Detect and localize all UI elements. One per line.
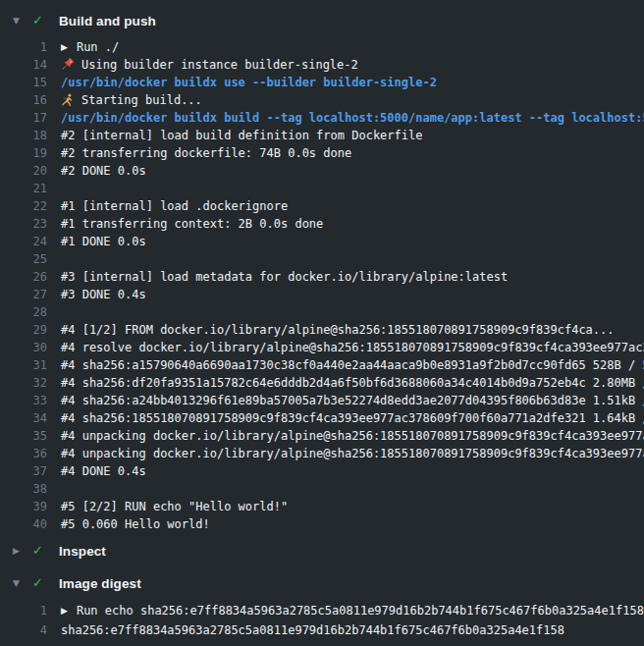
line-number[interactable]: 1 [0,601,47,620]
line-text: ▶Run ./ [47,38,119,56]
line-text: ▶Run echo sha256:e7ff8834a5963a2785c5a08… [47,601,644,620]
line-text [47,250,61,268]
line-text [47,180,61,197]
line-text: #5 [2/2] RUN echo "Hello world!" [47,498,288,515]
line-number[interactable]: 16 [0,91,47,109]
line-number[interactable]: 32 [0,374,47,392]
log-line[interactable]: 20#2 DONE 0.0s [0,162,644,180]
line-number[interactable]: 1 [0,38,47,56]
chevron-down-icon[interactable]: ▼ [13,574,27,592]
line-number[interactable]: 15 [0,74,47,91]
line-text [47,480,61,498]
pushpin-icon [61,58,75,72]
line-number[interactable]: 20 [0,162,47,180]
log-line[interactable]: 35#4 unpacking docker.io/library/alpine@… [0,427,644,445]
log-line[interactable]: 37#4 DONE 0.4s [0,462,644,480]
section-title: Image digest [50,576,141,591]
section-header-build-and-push[interactable]: ▼ ✓ Build and push [0,12,644,29]
line-number[interactable]: 25 [0,250,47,268]
line-text: #4 sha256:a15790640a6690aa1730c38cf0a440… [47,356,644,374]
check-icon: ✓ [27,574,50,592]
log-line[interactable]: 1▶Run ./ [0,38,644,56]
line-text: #2 DONE 0.0s [47,162,146,180]
log-line[interactable]: 14Using builder instance builder-single-… [0,56,644,74]
log-line[interactable]: 33#4 sha256:a24bb4013296f61e89ba57005a7b… [0,392,644,409]
line-number[interactable]: 37 [0,462,47,480]
log-line[interactable]: 25 [0,250,644,268]
line-number[interactable]: 34 [0,409,47,427]
line-number[interactable]: 36 [0,445,47,462]
line-text: #4 [1/2] FROM docker.io/library/alpine@s… [47,321,615,339]
line-number[interactable]: 40 [0,515,47,533]
log-line[interactable]: 36#4 unpacking docker.io/library/alpine@… [0,445,644,462]
section-header-inspect[interactable]: ▶ ✓ Inspect [0,542,644,560]
log-line[interactable]: 24#1 DONE 0.0s [0,233,644,250]
line-number[interactable]: 31 [0,356,47,374]
check-icon: ✓ [27,542,50,560]
log-lines-build-and-push: 1▶Run ./14Using builder instance builder… [0,38,644,533]
line-number[interactable]: 26 [0,268,47,286]
log-line[interactable]: 15/usr/bin/docker buildx use --builder b… [0,74,644,91]
log-line[interactable]: 34#4 sha256:185518070891758909c9f839cf4c… [0,409,644,427]
line-number[interactable]: 4 [0,620,47,640]
workflow-log-viewer: ▼ ✓ Build and push 1▶Run ./14Using build… [0,0,644,646]
line-number[interactable]: 27 [0,286,47,303]
line-number[interactable]: 28 [0,303,47,321]
line-text: Starting build... [47,91,202,109]
line-number[interactable]: 35 [0,427,47,445]
line-number[interactable]: 19 [0,144,47,162]
line-text: #4 resolve docker.io/library/alpine@sha2… [47,339,644,356]
log-line[interactable]: 19#2 transferring dockerfile: 74B 0.0s d… [0,144,644,162]
runner-icon [61,93,75,107]
log-line[interactable]: 1▶Run echo sha256:e7ff8834a5963a2785c5a0… [0,601,644,620]
log-line[interactable]: 26#3 [internal] load metadata for docker… [0,268,644,286]
line-number[interactable]: 33 [0,392,47,409]
log-line[interactable]: 4sha256:e7ff8834a5963a2785c5a0811e979d16… [0,620,644,640]
line-text: #4 sha256:df20fa9351a15782c64e6dddb2d4a6… [47,374,644,392]
line-number[interactable]: 17 [0,109,47,127]
line-number[interactable]: 18 [0,127,47,144]
line-text: #2 [internal] load build definition from… [47,127,422,144]
line-text: #3 [internal] load metadata for docker.i… [47,268,508,286]
check-icon: ✓ [27,12,50,29]
line-number[interactable]: 39 [0,498,47,515]
line-number[interactable]: 23 [0,215,47,233]
log-line[interactable]: 31#4 sha256:a15790640a6690aa1730c38cf0a4… [0,356,644,374]
log-line[interactable]: 40#5 0.060 Hello world! [0,515,644,533]
log-line[interactable]: 32#4 sha256:df20fa9351a15782c64e6dddb2d4… [0,374,644,392]
log-line[interactable]: 21 [0,180,644,197]
log-line[interactable]: 27#3 DONE 0.4s [0,286,644,303]
line-number[interactable]: 14 [0,56,47,74]
log-line[interactable]: 39#5 [2/2] RUN echo "Hello world!" [0,498,644,515]
log-line[interactable]: 29#4 [1/2] FROM docker.io/library/alpine… [0,321,644,339]
line-number[interactable]: 24 [0,233,47,250]
log-line[interactable]: 28 [0,303,644,321]
chevron-down-icon[interactable]: ▼ [13,12,27,29]
run-expander-icon[interactable]: ▶ [61,601,68,620]
line-text: #4 unpacking docker.io/library/alpine@sh… [47,427,644,445]
log-line[interactable]: 16Starting build... [0,91,644,109]
run-expander-icon[interactable]: ▶ [61,38,68,56]
line-text: #4 unpacking docker.io/library/alpine@sh… [47,445,644,462]
section-header-image-digest[interactable]: ▼ ✓ Image digest [0,574,644,592]
line-number[interactable]: 29 [0,321,47,339]
section-title: Build and push [50,14,156,28]
line-number[interactable]: 38 [0,480,47,498]
log-line[interactable]: 23#1 transferring context: 2B 0.0s done [0,215,644,233]
log-line[interactable]: 22#1 [internal] load .dockerignore [0,197,644,215]
line-number[interactable]: 30 [0,339,47,356]
line-text: #1 transferring context: 2B 0.0s done [47,215,323,233]
line-number[interactable]: 22 [0,197,47,215]
log-line[interactable]: 18#2 [internal] load build definition fr… [0,127,644,144]
line-text: #3 DONE 0.4s [47,286,146,303]
line-text: #1 DONE 0.0s [47,233,146,250]
log-line[interactable]: 30#4 resolve docker.io/library/alpine@sh… [0,339,644,356]
chevron-right-icon[interactable]: ▶ [13,542,27,560]
log-line[interactable]: 38 [0,480,644,498]
log-lines-image-digest: 1▶Run echo sha256:e7ff8834a5963a2785c5a0… [0,601,644,640]
line-number[interactable]: 21 [0,180,47,197]
line-text: #2 transferring dockerfile: 74B 0.0s don… [47,144,351,162]
line-text [47,303,61,321]
log-line[interactable]: 17/usr/bin/docker buildx build --tag loc… [0,109,644,127]
line-text: #4 sha256:185518070891758909c9f839cf4ca3… [47,409,644,427]
